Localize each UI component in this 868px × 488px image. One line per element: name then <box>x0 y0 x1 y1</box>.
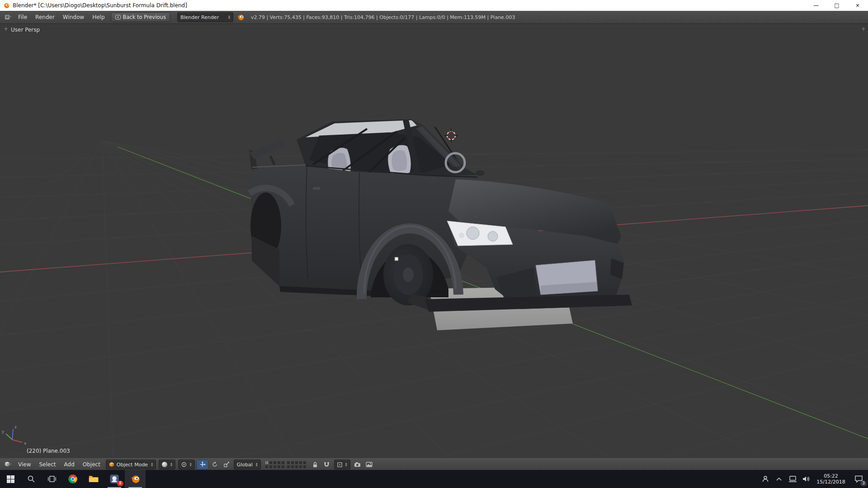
info-header: File Render Window Help Back to Previous… <box>0 11 868 24</box>
windows-taskbar: 8 <box>0 470 868 488</box>
action-center-badge: 3 <box>860 481 867 486</box>
orientation-value: Global <box>237 462 253 468</box>
blender-taskbar-button[interactable] <box>125 470 146 488</box>
scene-statistics: v2.79 | Verts:75,435 | Faces:93,810 | Tr… <box>251 14 515 20</box>
layer-cell[interactable] <box>303 461 307 465</box>
layer-cell[interactable] <box>287 465 290 469</box>
layer-cell[interactable] <box>295 465 298 469</box>
transform-orientation-select[interactable]: Global ▲▼ <box>234 460 261 469</box>
task-view-button[interactable] <box>42 470 62 488</box>
layer-cell[interactable] <box>265 461 269 465</box>
updown-icon: ▲▼ <box>151 462 153 467</box>
system-tray: 05:22 15/12/2018 3 <box>759 470 868 488</box>
view3d-editor-icon <box>5 461 12 468</box>
back-to-previous-button[interactable]: Back to Previous <box>111 12 170 22</box>
minimize-button[interactable]: — <box>806 0 826 11</box>
opengl-render-anim-button[interactable] <box>364 460 375 469</box>
layer-cell[interactable] <box>291 461 294 465</box>
taskbar-clock[interactable]: 05:22 15/12/2018 <box>813 473 849 485</box>
layer-cell[interactable] <box>303 465 307 469</box>
layers-widget[interactable] <box>265 461 307 469</box>
updown-icon: ▲▼ <box>228 15 230 19</box>
people-button[interactable] <box>759 470 772 488</box>
close-button[interactable]: × <box>847 0 868 11</box>
menu-render[interactable]: Render <box>31 11 59 23</box>
task-view-icon <box>48 475 56 483</box>
layer-cell[interactable] <box>265 465 269 469</box>
layer-cell[interactable] <box>277 465 281 469</box>
corner-split-icon-right[interactable]: + <box>861 26 866 32</box>
start-button[interactable] <box>0 470 21 488</box>
menu-select[interactable]: Select <box>35 459 60 470</box>
viewport-shading-select[interactable]: ▲▼ <box>159 460 175 469</box>
search-button[interactable] <box>21 470 42 488</box>
window-title: Blender* [C:\Users\Diogo\Desktop\Sunburs… <box>13 2 187 9</box>
screen-back-icon <box>115 15 121 19</box>
chrome-button[interactable] <box>62 470 83 488</box>
manipulator-scale-toggle[interactable] <box>221 460 232 469</box>
layer-cell[interactable] <box>287 461 290 465</box>
updown-icon: ▲▼ <box>190 462 192 467</box>
render-camera-icon <box>354 462 361 467</box>
lock-icon <box>312 462 318 468</box>
people-icon <box>762 475 769 483</box>
object-origin-marker <box>395 257 398 261</box>
editor-type-button-3d[interactable] <box>3 460 14 469</box>
layer-cell[interactable] <box>281 461 285 465</box>
updown-icon: ▲▼ <box>345 462 347 467</box>
view-label: User Persp <box>11 27 40 33</box>
manipulator-rotate-toggle[interactable] <box>209 460 220 469</box>
clock-time: 05:22 <box>813 473 849 479</box>
corner-split-icon[interactable]: + <box>4 26 8 32</box>
opengl-render-image-button[interactable] <box>352 460 363 469</box>
search-icon <box>27 475 35 483</box>
menu-file[interactable]: File <box>14 11 31 23</box>
layer-cell[interactable] <box>269 465 273 469</box>
editor-type-button[interactable] <box>3 13 14 22</box>
blender-app-icon <box>3 2 10 9</box>
folder-icon <box>89 475 99 483</box>
menu-help[interactable]: Help <box>88 11 108 23</box>
layer-group-2 <box>287 461 307 469</box>
lock-to-scene-toggle[interactable] <box>310 460 321 469</box>
render-engine-value: Blender Render <box>180 14 219 20</box>
translate-icon <box>199 461 206 468</box>
action-center-button[interactable]: 3 <box>849 470 868 488</box>
manipulator-translate-toggle[interactable] <box>197 460 208 469</box>
menu-object[interactable]: Object <box>79 459 104 470</box>
pivot-point-select[interactable]: ▲▼ <box>178 460 195 469</box>
menu-add[interactable]: Add <box>60 459 79 470</box>
chevron-up-icon <box>776 477 782 481</box>
layer-cell[interactable] <box>273 461 277 465</box>
viewport-3d[interactable]: User Persp + + (220) Plane.003 x y z <box>0 23 868 458</box>
menu-window[interactable]: Window <box>59 11 88 23</box>
render-animation-icon <box>366 462 373 467</box>
file-explorer-button[interactable] <box>83 470 104 488</box>
pivot-icon <box>181 462 187 467</box>
rotate-icon <box>212 461 218 468</box>
mode-select[interactable]: Object Mode ▲▼ <box>106 460 156 469</box>
network-button[interactable] <box>786 470 799 488</box>
layer-cell[interactable] <box>269 461 273 465</box>
render-engine-select[interactable]: Blender Render ▲▼ <box>177 12 233 22</box>
maximize-button[interactable]: □ <box>826 0 847 11</box>
window-title-bar: Blender* [C:\Users\Diogo\Desktop\Sunburs… <box>0 0 868 11</box>
updown-icon: ▲▼ <box>170 462 172 467</box>
layer-cell[interactable] <box>291 465 294 469</box>
layer-cell[interactable] <box>273 465 277 469</box>
layer-cell[interactable] <box>295 461 298 465</box>
menu-view[interactable]: View <box>14 459 35 470</box>
snap-element-select[interactable]: ▲▼ <box>334 460 350 469</box>
layer-cell[interactable] <box>299 465 302 469</box>
snap-toggle[interactable] <box>321 460 332 469</box>
layer-cell[interactable] <box>277 461 281 465</box>
axis-z-label: z <box>14 425 17 429</box>
magnet-icon <box>324 462 330 468</box>
chat-app-button[interactable]: 8 <box>104 470 125 488</box>
tray-expand-button[interactable] <box>772 470 786 488</box>
layer-cell[interactable] <box>281 465 285 469</box>
cursor-3d <box>444 129 458 142</box>
layer-group-1 <box>265 461 285 469</box>
volume-button[interactable] <box>799 470 813 488</box>
layer-cell[interactable] <box>299 461 302 465</box>
